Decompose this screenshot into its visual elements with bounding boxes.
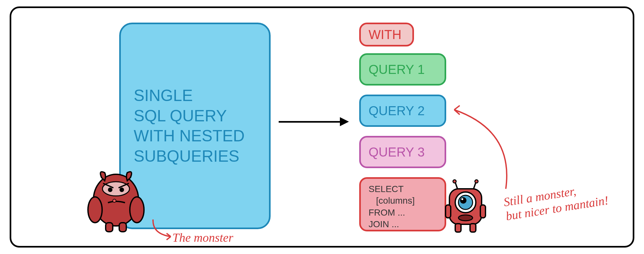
annotation-arrow-right-icon (449, 92, 517, 192)
svg-rect-4 (119, 223, 126, 232)
svg-point-18 (460, 197, 466, 204)
svg-point-19 (461, 198, 463, 200)
arrow-line (279, 121, 343, 123)
arrow-head-icon (340, 117, 349, 126)
with-box: WITH (359, 23, 414, 46)
svg-rect-22 (470, 224, 476, 232)
svg-rect-23 (446, 205, 451, 218)
select-box: SELECT [columns] FROM ... JOIN ... (359, 177, 446, 231)
annotation-left: The monster (172, 231, 233, 245)
query1-box: QUERY 1 (359, 53, 446, 86)
svg-point-20 (458, 215, 473, 221)
svg-point-10 (113, 199, 116, 202)
monster-angry-icon (84, 165, 148, 232)
svg-point-9 (120, 188, 124, 192)
query2-box: QUERY 2 (359, 95, 446, 127)
annotation-arrow-left-icon (140, 218, 176, 244)
select-text: SELECT [columns] FROM ... JOIN ... (369, 183, 415, 230)
diagram-frame: SINGLE SQL QUERY WITH NESTED SUBQUERIES … (10, 6, 634, 248)
query3-label: QUERY 3 (369, 145, 425, 159)
svg-rect-3 (106, 223, 113, 232)
query1-label: QUERY 1 (369, 62, 425, 77)
svg-point-8 (108, 188, 112, 192)
left-query-text: SINGLE SQL QUERY WITH NESTED SUBQUERIES (134, 86, 245, 166)
svg-rect-24 (480, 205, 485, 218)
annotation-right: Still a monster, but nicer to mantain! (503, 179, 610, 223)
svg-point-5 (102, 182, 130, 196)
svg-point-1 (88, 197, 102, 223)
with-label: WITH (369, 27, 401, 42)
query3-box: QUERY 3 (359, 136, 446, 168)
svg-rect-21 (455, 224, 461, 232)
query2-label: QUERY 2 (369, 104, 425, 118)
